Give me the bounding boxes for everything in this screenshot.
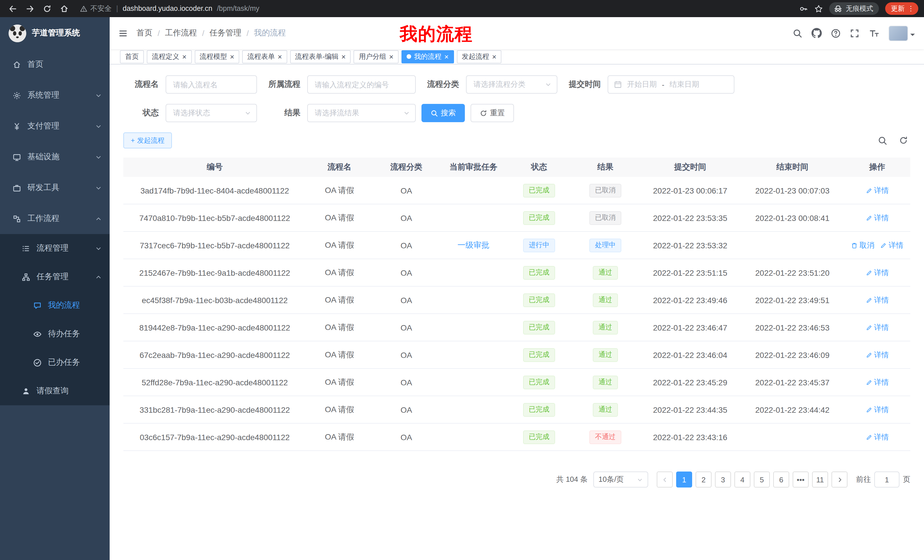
fullscreen-button[interactable]: [850, 28, 860, 38]
cell-submit-time: 2022-01-22 23:46:47: [640, 314, 741, 341]
detail-link[interactable]: 详情: [866, 432, 889, 442]
pagination-next-button[interactable]: [831, 472, 848, 488]
create-process-button[interactable]: + 发起流程: [123, 132, 172, 148]
breadcrumb-task-management[interactable]: 任务管理: [210, 28, 242, 38]
browser-reload-button[interactable]: [40, 2, 54, 15]
table-search-toggle-button[interactable]: [878, 136, 888, 145]
address-bar[interactable]: 不安全 | dashboard.yudao.iocoder.cn/bpm/tas…: [80, 4, 800, 13]
detail-link[interactable]: 详情: [866, 322, 889, 332]
security-indicator[interactable]: 不安全: [80, 4, 112, 13]
cell-id: 331bc281-7b9a-11ec-a290-acde48001122: [123, 396, 306, 423]
tab[interactable]: 流程表单 ×: [242, 50, 287, 63]
font-size-button[interactable]: [868, 28, 879, 38]
browser-forward-button[interactable]: [23, 2, 36, 15]
tab-close-icon[interactable]: ×: [342, 53, 346, 60]
detail-link[interactable]: 详情: [880, 240, 903, 250]
cell-end-time: 2022-01-22 23:44:42: [741, 396, 844, 423]
detail-link[interactable]: 详情: [866, 350, 889, 360]
password-key-icon[interactable]: [800, 4, 808, 13]
filter-row-1: 流程名 所属流程 流程分类 请选择流程分类 提交时间 开始日期 -: [123, 75, 910, 94]
breadcrumb-workflow[interactable]: 工作流程: [165, 28, 197, 38]
page-size-select[interactable]: 10条/页: [593, 472, 648, 488]
header-search-button[interactable]: [793, 28, 802, 38]
browser-back-button[interactable]: [6, 2, 20, 15]
detail-link[interactable]: 详情: [866, 377, 889, 387]
detail-link[interactable]: 详情: [866, 267, 889, 278]
tab-close-icon[interactable]: ×: [444, 53, 448, 60]
detail-link[interactable]: 详情: [866, 185, 889, 196]
tab-close-icon[interactable]: ×: [492, 53, 496, 60]
browser-home-button[interactable]: [57, 2, 71, 15]
goto-page-input[interactable]: [874, 472, 900, 488]
page-button[interactable]: 2: [696, 472, 711, 488]
cell-submit-time: 2022-01-22 23:46:04: [640, 341, 741, 368]
current-task-link[interactable]: 一级审批: [458, 240, 489, 250]
detail-link[interactable]: 详情: [866, 295, 889, 305]
page-button[interactable]: •••: [793, 472, 808, 488]
page-button[interactable]: 5: [754, 472, 770, 488]
tab-close-icon[interactable]: ×: [230, 53, 234, 60]
sidebar-item-home[interactable]: 首页: [0, 49, 110, 80]
table-refresh-button[interactable]: [899, 136, 908, 145]
tab[interactable]: 流程模型 ×: [195, 50, 239, 63]
sidebar-item-infrastructure[interactable]: 基础设施: [0, 142, 110, 172]
detail-link[interactable]: 详情: [866, 404, 889, 415]
sidebar-collapse-button[interactable]: [110, 29, 136, 37]
edit-pencil-icon: [866, 351, 872, 358]
avatar[interactable]: [889, 25, 908, 41]
tab-close-icon[interactable]: ×: [278, 53, 282, 60]
list-icon: [22, 244, 30, 253]
user-menu[interactable]: [889, 25, 915, 41]
category-select[interactable]: 请选择流程分类: [466, 75, 557, 94]
tab[interactable]: 用户分组 ×: [354, 50, 399, 63]
result-select[interactable]: 请选择流结果: [307, 104, 416, 122]
page-button[interactable]: 1: [676, 472, 692, 488]
submit-time-range-picker[interactable]: 开始日期 - 结束日期: [608, 75, 734, 94]
search-icon: [878, 136, 888, 145]
process-def-input[interactable]: [307, 75, 416, 94]
tab-close-icon[interactable]: ×: [182, 53, 186, 60]
sidebar-item-system[interactable]: 系统管理: [0, 80, 110, 111]
page-button[interactable]: 3: [715, 472, 731, 488]
tab[interactable]: 发起流程 ×: [457, 50, 501, 63]
app-logo[interactable]: 芋道管理系统: [0, 17, 110, 49]
tab-close-icon[interactable]: ×: [389, 53, 393, 60]
chevron-down-icon: [637, 476, 643, 483]
github-link[interactable]: [812, 28, 822, 38]
tab[interactable]: 首页 ×: [120, 50, 144, 63]
sidebar-item-label: 待办任务: [48, 329, 80, 339]
status-select[interactable]: 请选择状态: [166, 104, 257, 122]
sidebar-item-payment[interactable]: 支付管理: [0, 111, 110, 142]
tab-label: 流程表单-编辑: [295, 52, 339, 61]
detail-link[interactable]: 详情: [866, 213, 889, 223]
sidebar-item-done-tasks[interactable]: 已办任务: [0, 348, 110, 377]
tab[interactable]: 我的流程 ×: [402, 50, 454, 63]
page-button[interactable]: 4: [734, 472, 750, 488]
sidebar-item-workflow[interactable]: 工作流程: [0, 203, 110, 234]
cell-current-task: [440, 259, 507, 286]
cell-id: 67c2eaab-7b9a-11ec-a290-acde48001122: [123, 341, 306, 368]
sidebar-item-todo-tasks[interactable]: 待办任务: [0, 320, 110, 348]
breadcrumb-home[interactable]: 首页: [136, 28, 153, 38]
sidebar-item-devtools[interactable]: 研发工具: [0, 172, 110, 203]
bookmark-star-icon[interactable]: [814, 4, 823, 13]
sidebar-item-my-processes[interactable]: 我的流程: [0, 291, 110, 320]
page-button[interactable]: 11: [812, 472, 828, 488]
pagination-prev-button[interactable]: [657, 472, 673, 488]
browser-update-button[interactable]: 更新 ⋮: [885, 2, 918, 15]
sidebar-item-process-management[interactable]: 流程管理: [0, 234, 110, 263]
tab[interactable]: 流程定义 ×: [147, 50, 192, 63]
gear-icon: [13, 91, 21, 100]
sidebar-item-task-management[interactable]: 任务管理: [0, 263, 110, 291]
process-name-input[interactable]: [166, 75, 257, 94]
sidebar-item-leave-query[interactable]: 请假查询: [0, 377, 110, 405]
cancel-link[interactable]: 取消: [851, 240, 874, 250]
page-button[interactable]: 6: [773, 472, 789, 488]
breadcrumb: 首页 / 工作流程 / 任务管理 / 我的流程: [136, 28, 286, 38]
search-button[interactable]: 搜索: [422, 104, 465, 122]
cell-current-task: [440, 341, 507, 368]
tab[interactable]: 流程表单-编辑 ×: [290, 50, 351, 63]
reset-button[interactable]: 重置: [471, 104, 514, 122]
help-button[interactable]: [831, 28, 841, 38]
kebab-menu-icon[interactable]: ⋮: [908, 4, 914, 13]
